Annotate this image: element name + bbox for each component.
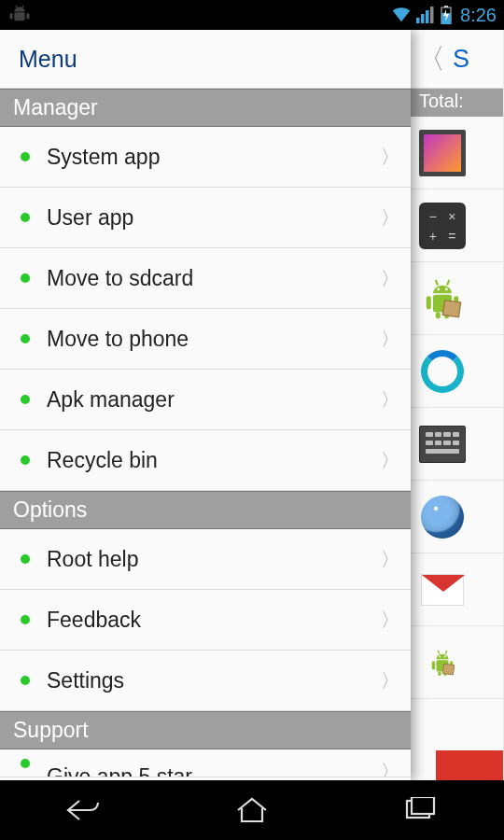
app-browser[interactable] (410, 335, 503, 408)
chevron-right-icon: 〉 (381, 145, 399, 170)
bullet-icon (21, 554, 30, 564)
menu-item-label: Root help (47, 547, 381, 572)
chevron-right-icon: 〉 (381, 448, 399, 473)
menu-item-label: Feedback (47, 608, 381, 633)
svg-line-4 (21, 6, 23, 8)
bullet-icon (21, 615, 30, 624)
svg-line-17 (436, 279, 438, 285)
battery-charging-icon (440, 6, 453, 24)
svg-rect-5 (416, 18, 420, 23)
bullet-icon (21, 395, 30, 404)
svg-rect-1 (26, 13, 29, 20)
section-header: Options (0, 491, 411, 529)
svg-rect-6 (421, 14, 425, 23)
status-bar: 8:26 (0, 0, 504, 30)
bullet-icon (21, 759, 30, 768)
svg-rect-15 (436, 312, 441, 318)
bullet-icon (21, 455, 30, 465)
menu-item-label: Apk manager (47, 387, 381, 413)
menu-item-label: Give app 5 star (47, 764, 381, 777)
svg-rect-33 (412, 797, 434, 814)
chevron-right-icon: 〉 (381, 387, 399, 413)
total-bar: Total: (410, 89, 503, 117)
menu-item-label: Move to sdcard (47, 266, 381, 291)
nav-home-button[interactable] (215, 791, 289, 830)
status-clock: 8:26 (460, 5, 497, 26)
nav-recent-button[interactable] (383, 791, 457, 830)
svg-rect-8 (430, 7, 434, 23)
app-droidbox[interactable] (410, 262, 503, 335)
svg-line-27 (438, 650, 439, 653)
menu-feedback[interactable]: Feedback〉 (0, 590, 411, 651)
drawer-title: Menu (19, 46, 77, 73)
app-keyboard[interactable] (410, 408, 503, 481)
svg-rect-25 (438, 671, 441, 676)
menu-recycle-bin[interactable]: Recycle bin〉 (0, 430, 411, 491)
bullet-icon (21, 152, 30, 161)
svg-rect-31 (442, 664, 455, 675)
svg-rect-21 (442, 300, 460, 316)
bullet-icon (21, 676, 30, 685)
app-earth[interactable] (410, 481, 503, 553)
svg-line-3 (16, 6, 18, 8)
underlying-page: 〈 S Total: −×+= (410, 30, 503, 780)
app-gallery[interactable] (410, 117, 503, 189)
menu-drawer: Menu ManagerSystem app〉User app〉Move to … (0, 30, 411, 780)
menu-move-phone[interactable]: Move to phone〉 (0, 309, 411, 370)
wifi-icon (391, 7, 412, 23)
system-navbar (0, 780, 504, 840)
menu-settings[interactable]: Settings〉 (0, 651, 411, 711)
app-gmail[interactable] (410, 553, 503, 626)
chevron-right-icon: 〉 (381, 327, 399, 352)
menu-item-label: System app (47, 145, 381, 170)
under-header[interactable]: 〈 S (410, 30, 503, 89)
menu-user-app[interactable]: User app〉 (0, 188, 411, 248)
menu-item-label: Recycle bin (47, 448, 381, 473)
uninstall-button[interactable] (436, 750, 503, 780)
under-title: S (453, 45, 469, 74)
svg-point-29 (439, 655, 441, 657)
menu-apk-manager[interactable]: Apk manager〉 (0, 370, 411, 430)
menu-item-label: Settings (47, 668, 381, 693)
chevron-right-icon: 〉 (381, 668, 399, 693)
menu-root-help[interactable]: Root help〉 (0, 529, 411, 590)
menu-item-label: Move to phone (47, 327, 381, 352)
svg-point-20 (445, 287, 448, 290)
svg-line-18 (447, 279, 449, 285)
bullet-icon (21, 334, 30, 343)
menu-give-5-star[interactable]: Give app 5 star〉 (0, 749, 411, 777)
section-header: Manager (0, 89, 411, 127)
chevron-right-icon: 〉 (381, 547, 399, 572)
menu-item-label: User app (47, 205, 381, 231)
chevron-right-icon: 〉 (381, 205, 399, 231)
app-calc[interactable]: −×+= (410, 189, 503, 262)
chevron-right-icon: 〉 (381, 759, 399, 777)
nav-back-button[interactable] (47, 791, 121, 830)
bullet-icon (21, 273, 30, 283)
svg-line-28 (445, 650, 446, 653)
svg-point-30 (444, 655, 446, 657)
chevron-right-icon: 〉 (381, 266, 399, 291)
svg-rect-12 (427, 296, 431, 309)
svg-rect-0 (9, 13, 12, 20)
chevron-right-icon: 〉 (381, 608, 399, 633)
back-icon[interactable]: 〈 (417, 40, 445, 78)
menu-system-app[interactable]: System app〉 (0, 127, 411, 188)
android-logo-icon (7, 4, 32, 22)
svg-rect-2 (14, 12, 24, 21)
svg-point-19 (437, 287, 440, 290)
bullet-icon (21, 213, 30, 222)
svg-rect-7 (426, 10, 429, 23)
menu-move-sdcard[interactable]: Move to sdcard〉 (0, 248, 411, 309)
signal-icon (415, 7, 436, 23)
drawer-header: Menu (0, 30, 411, 89)
section-header: Support (0, 711, 411, 749)
app-droid2[interactable] (410, 626, 503, 699)
svg-rect-22 (432, 661, 435, 669)
